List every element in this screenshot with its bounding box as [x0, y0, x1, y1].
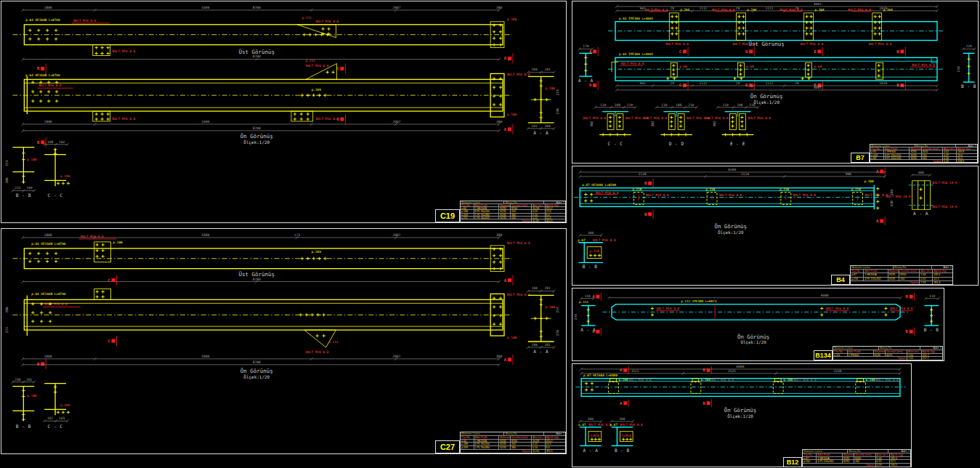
- table-cell: 12.1: [933, 278, 952, 281]
- table-cell: 1 IPE300: [884, 150, 910, 153]
- table-cell: 380: [511, 446, 532, 449]
- table-cell: 194.5: [890, 464, 910, 467]
- section-caption: A - A: [583, 448, 599, 453]
- scale-caption: Ölçek:1/20: [753, 100, 779, 105]
- bolt-group: [930, 308, 933, 323]
- table-header-cell: Poz No: [851, 270, 864, 273]
- section-marker-letter: B: [702, 401, 705, 406]
- material-list-table-b134: Malzeme ListesiMontaj NoAdet: 1Poz NoAde…: [833, 346, 943, 360]
- dimension-label: 110: [929, 294, 935, 298]
- table-cell: 160: [854, 460, 876, 463]
- dimension-label: 3300: [201, 233, 209, 237]
- table-cell: 380: [511, 214, 532, 216]
- table-cell: S235: [843, 457, 854, 460]
- bolt-group: [493, 296, 502, 326]
- dimension-label: 173: [294, 233, 300, 237]
- section-marker-flag: [880, 219, 883, 223]
- plate-outline: [24, 249, 503, 269]
- dimension-label: 110: [661, 103, 667, 107]
- table-subtitle: Montaj No: [915, 145, 956, 147]
- table-cell: 12.1: [890, 460, 910, 463]
- dimension-label: 300: [918, 171, 923, 174]
- bolt-annotation: BOLT M16 8.8: [665, 42, 689, 46]
- dimension-label: 4001: [814, 86, 822, 89]
- dimension-line: [607, 296, 902, 299]
- dimension-label: 8700: [253, 126, 261, 130]
- section-marker-flag: [112, 339, 116, 343]
- dimension-label: 110: [585, 294, 591, 298]
- section-marker-letter: C: [679, 49, 681, 54]
- table-subtitle: Montaj No: [504, 201, 544, 203]
- bolt-group: [739, 64, 742, 76]
- dimension-label: 210: [627, 103, 633, 107]
- table-count: Adet: 1: [544, 201, 565, 203]
- bolt-group: [534, 98, 548, 101]
- bolt-group: [672, 64, 675, 76]
- bolt-group: [493, 77, 502, 106]
- part-label: p.67 HE160A L=6000: [583, 374, 617, 377]
- bolt-annotation: BOLT M16 8.8: [596, 191, 619, 195]
- section-caption: B - B: [615, 448, 630, 453]
- table-cell: 1 HE160A: [864, 273, 888, 276]
- dimension-label: 201: [545, 68, 551, 71]
- bolt-annotation: BOLT M16 8.8: [869, 42, 892, 46]
- plate-outline: [609, 382, 619, 394]
- bolt-annotation: BOLT M16 8.8: [507, 293, 530, 296]
- bolt-annotation: BOLT M16 8.8: [316, 20, 339, 23]
- table-header-cell: Alan (m²): [943, 148, 957, 150]
- bolt-annotation: BOLT M16 8.8: [593, 238, 616, 242]
- table-title: Malzeme Listesi: [833, 347, 879, 350]
- table-cell: 10.58: [532, 440, 546, 443]
- dimension-label: 300: [619, 417, 625, 421]
- bolt-group: [884, 307, 887, 316]
- dimension-label: 104: [532, 343, 538, 347]
- section-caption: A - A: [533, 130, 548, 135]
- bolt-annotation: p.188: [27, 158, 36, 161]
- dimension-label: 2007: [393, 120, 401, 124]
- part-label: p.64 HE160B L=8700: [31, 242, 66, 246]
- part-label: p.64 HE160B L=8700: [25, 18, 60, 22]
- section-caption: C - C: [48, 424, 63, 429]
- dimension-label: 29: [736, 81, 740, 85]
- bolt-group: [820, 307, 823, 316]
- table-cell: 6073: [886, 354, 907, 357]
- title-block-c19: C19 Malzeme ListesiMontaj NoAdet: 1Poz N…: [435, 201, 566, 222]
- table-header-cell: Alan (m²): [920, 270, 933, 273]
- bolt-annotation: p.188: [507, 113, 517, 116]
- bolt-annotation: BOLT M16 8.8: [801, 42, 824, 46]
- table-total-label: Toplam: [461, 450, 532, 453]
- part-label: p.204: [883, 8, 893, 12]
- drawing-c19: 1800330087002007380p.64 HE160B L=8700BOL…: [1, 1, 566, 222]
- panel-c27: 180033001732007380p.64 HE160B L=8700BOLT…: [1, 228, 567, 454]
- section-marker-letter: A: [504, 278, 507, 283]
- table-cell: 8 PL 90x200: [474, 210, 500, 212]
- dimension-label: 8700: [253, 360, 261, 364]
- table-total-row: Toplam7.01257.7: [833, 357, 942, 360]
- table-cell: S235: [499, 443, 511, 445]
- table-cell: 1 PL 90x380: [474, 214, 500, 216]
- assembly-mark-text: B134: [815, 352, 831, 359]
- table-cell: 4.62: [943, 150, 957, 153]
- table-header-cell: Poz No: [803, 453, 817, 456]
- dimension-label: 380: [496, 120, 502, 124]
- dimension-label: 110: [600, 103, 606, 107]
- dimension-label: 1514: [741, 172, 749, 176]
- section-marker-flag: [623, 401, 627, 405]
- bolt-annotation: p.188: [27, 394, 36, 398]
- bolt-annotation: BOLT M16 8.8: [39, 84, 62, 87]
- dimension-label: 8700: [253, 6, 261, 9]
- view-caption: Ön Görünüş: [737, 334, 769, 340]
- dimension-label: 1800: [44, 6, 52, 9]
- table-cell: S235: [910, 157, 921, 159]
- table-header-cell: Ağırlık (kg): [957, 148, 977, 150]
- dimension-label: 1800: [44, 120, 52, 124]
- dimension-label: 2007: [392, 355, 400, 358]
- title-block-c27: C27 Malzeme ListesiMontaj NoAdet: 1Poz N…: [435, 432, 566, 453]
- panel-b134: 110p.111234A - AAA6000p.111 IPE300 L=607…: [572, 288, 944, 361]
- table-cell: 8 PL 110x210: [884, 154, 910, 156]
- bolt-group: [737, 15, 745, 36]
- table-title: Malzeme Listesi: [851, 266, 894, 269]
- table-cell: 8700: [511, 440, 532, 443]
- part-label: p.188: [113, 241, 123, 244]
- section-marker-letter: A: [592, 294, 595, 299]
